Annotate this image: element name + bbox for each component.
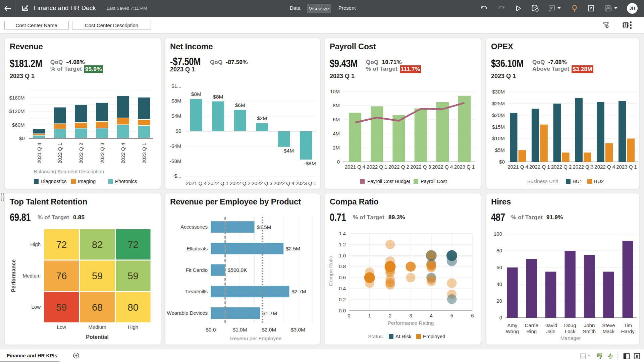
svg-text:$1.7M: $1.7M (263, 310, 277, 316)
svg-text:0: 0 (337, 159, 340, 165)
svg-text:$60M: $60M (12, 122, 25, 128)
svg-text:$1...: $1... (171, 83, 181, 89)
svg-text:Amy: Amy (507, 322, 518, 328)
svg-text:2023 Q 1: 2023 Q 1 (454, 164, 475, 170)
svg-text:2021 Q 4: 2021 Q 4 (345, 164, 366, 170)
svg-text:$30M: $30M (492, 89, 505, 95)
svg-text:At Risk: At Risk (395, 334, 412, 339)
svg-text:$500.0K: $500.0K (228, 267, 247, 273)
svg-text:2022 Q 3: 2022 Q 3 (99, 143, 105, 164)
svg-text:Fit Cardio: Fit Cardio (186, 267, 208, 273)
svg-text:$2.5M: $2.5M (286, 246, 300, 251)
svg-text:Compa Ratio: Compa Ratio (328, 256, 333, 286)
svg-text:2021 Q 4: 2021 Q 4 (186, 180, 207, 186)
svg-text:0.8: 0.8 (339, 263, 346, 269)
svg-text:$8M: $8M (171, 98, 181, 104)
svg-text:2022 Q 2: 2022 Q 2 (78, 143, 84, 164)
svg-text:$1.5M: $1.5M (257, 224, 271, 230)
svg-text:Low: Low (31, 304, 41, 310)
svg-text:John: John (584, 322, 595, 328)
svg-text:$10M: $10M (492, 135, 505, 141)
svg-text:Medium: Medium (88, 324, 106, 330)
svg-text:Mack: Mack (602, 328, 614, 334)
svg-text:2022 Q 3: 2022 Q 3 (252, 180, 272, 186)
svg-text:80: 80 (128, 302, 139, 313)
svg-text:$2M: $2M (257, 115, 267, 121)
svg-text:Balancing Segment Description: Balancing Segment Description (34, 169, 104, 174)
svg-text:4M: 4M (333, 131, 340, 136)
svg-text:1.4: 1.4 (339, 231, 346, 236)
svg-text:Photonics: Photonics (115, 178, 137, 184)
svg-text:Wong: Wong (506, 328, 519, 334)
svg-text:$25M: $25M (492, 101, 505, 106)
svg-text:Doug: Doug (564, 322, 576, 328)
svg-text:$2.7M: $2.7M (291, 289, 306, 294)
svg-text:$3.0M: $3.0M (291, 327, 305, 333)
svg-text:Wearable Devices: Wearable Devices (167, 310, 208, 316)
svg-text:80: 80 (496, 248, 502, 253)
svg-text:Low: Low (57, 324, 66, 330)
svg-text:2023 Q 1: 2023 Q 1 (616, 164, 637, 170)
svg-text:3: 3 (409, 313, 412, 318)
svg-text:Imaging: Imaging (78, 178, 96, 184)
svg-text:-$...: -$... (173, 173, 181, 179)
svg-text:2: 2 (389, 313, 391, 318)
svg-text:Revenu per Employee: Revenu per Employee (230, 336, 281, 341)
svg-text:59: 59 (92, 270, 103, 281)
svg-text:2022 Q 3: 2022 Q 3 (410, 164, 431, 170)
svg-text:2022 Q 2: 2022 Q 2 (230, 180, 251, 186)
svg-text:-$4M: -$4M (170, 143, 181, 149)
svg-text:40: 40 (496, 281, 502, 287)
svg-text:Performance: Performance (11, 259, 16, 292)
svg-text:Jain: Jain (546, 328, 555, 334)
svg-text:Payroll Cost: Payroll Cost (421, 179, 447, 184)
svg-text:Hardy: Hardy (621, 328, 635, 334)
svg-text:-$8M: -$8M (170, 158, 181, 164)
svg-text:0: 0 (499, 315, 502, 320)
svg-text:Accessories: Accessories (180, 224, 208, 230)
svg-text:6: 6 (471, 313, 474, 318)
svg-text:High: High (128, 324, 138, 330)
svg-text:David: David (544, 322, 557, 328)
svg-text:Lock: Lock (565, 328, 576, 334)
svg-text:72: 72 (56, 239, 67, 250)
svg-text:6M: 6M (333, 117, 340, 122)
svg-text:1: 1 (368, 313, 371, 318)
svg-text:BU2: BU2 (594, 178, 604, 184)
svg-text:2022 Q 1: 2022 Q 1 (57, 143, 63, 164)
svg-text:Status: Status (368, 334, 383, 339)
svg-text:5: 5 (450, 313, 453, 318)
svg-text:Treadmills: Treadmills (184, 289, 208, 294)
svg-text:Medium: Medium (23, 273, 41, 279)
svg-text:2022 Q 1: 2022 Q 1 (529, 164, 550, 170)
svg-text:1.2: 1.2 (339, 242, 346, 247)
svg-text:2022 Q 1: 2022 Q 1 (367, 164, 387, 170)
svg-text:$0: $0 (499, 159, 505, 165)
svg-text:Potential: Potential (86, 334, 109, 340)
svg-text:-$8M: -$8M (304, 161, 316, 166)
svg-text:BU1: BU1 (573, 178, 582, 184)
svg-text:$180M: $180M (9, 95, 25, 101)
svg-text:Performance Rating: Performance Rating (387, 320, 434, 326)
svg-text:2022 Q 1: 2022 Q 1 (208, 180, 229, 186)
svg-text:60: 60 (496, 264, 502, 270)
svg-text:Carrie: Carrie (525, 322, 538, 328)
svg-text:-$4M: -$4M (282, 148, 294, 154)
svg-text:2022 Q 4: 2022 Q 4 (432, 164, 453, 170)
svg-text:Ellipticals: Ellipticals (186, 246, 208, 251)
svg-text:68: 68 (92, 302, 103, 313)
svg-text:$0: $0 (176, 128, 181, 134)
svg-text:0.4: 0.4 (339, 286, 346, 291)
svg-text:Payroll Cost Budget: Payroll Cost Budget (367, 179, 410, 184)
svg-text:20: 20 (496, 298, 502, 304)
svg-text:1.0: 1.0 (339, 253, 346, 258)
svg-text:High: High (30, 241, 41, 247)
svg-text:$120M: $120M (9, 108, 25, 114)
svg-text:2022 Q 4: 2022 Q 4 (594, 164, 615, 170)
svg-text:82: 82 (92, 239, 103, 250)
svg-text:$5M: $5M (495, 147, 505, 153)
svg-text:8M: 8M (333, 103, 340, 108)
svg-text:Ring: Ring (526, 328, 537, 334)
svg-text:$1.0M: $1.0M (233, 327, 247, 333)
svg-text:$4M: $4M (171, 113, 181, 119)
